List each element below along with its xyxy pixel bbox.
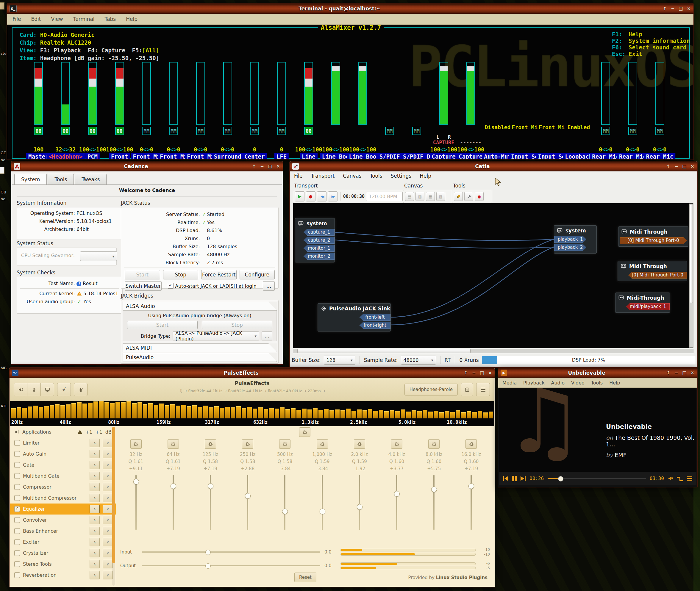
- canvas-save-as-button[interactable]: ▥: [416, 192, 425, 201]
- calibration-button[interactable]: [74, 383, 87, 396]
- plugin-enable-checkbox[interactable]: [14, 506, 20, 512]
- bridge-start-button[interactable]: Start: [127, 321, 198, 329]
- port[interactable]: [0] Midi Through Port-0: [628, 272, 687, 278]
- band-settings-button[interactable]: [391, 439, 402, 449]
- band-gain-slider[interactable]: [133, 475, 139, 530]
- bridge-type-select[interactable]: ALSA -> PulseAudio -> JACK (Plugin): [173, 331, 259, 340]
- mute-switch[interactable]: MM: [412, 127, 421, 135]
- jack-control-button[interactable]: Configure: [240, 270, 275, 279]
- menu-item[interactable]: File: [294, 173, 302, 179]
- mixer-channel[interactable]: MM 0 LFE: [268, 61, 295, 159]
- mixer-channel[interactable]: 00 100<>100 Line: [295, 61, 322, 159]
- port[interactable]: playback_2: [554, 244, 586, 251]
- volume-bar[interactable]: [304, 62, 313, 125]
- reset-button[interactable]: Reset: [294, 573, 316, 582]
- mute-switch[interactable]: MM: [628, 127, 637, 135]
- slider-knob[interactable]: [431, 486, 437, 492]
- desktop-icon-label[interactable]: MB: [1, 366, 7, 370]
- mixer-channel[interactable]: ------- 100<>100 Capture: [457, 61, 484, 159]
- buffer-size-select[interactable]: 128: [324, 355, 355, 365]
- volume-bar[interactable]: [331, 62, 340, 125]
- slider-knob[interactable]: [205, 550, 211, 555]
- volume-bar[interactable]: [250, 62, 259, 125]
- plugin-row[interactable]: Compressor ∧ ∨: [10, 481, 116, 492]
- band-gain-slider[interactable]: [282, 475, 288, 530]
- stop-button[interactable]: ●: [306, 191, 315, 201]
- mixer-channel[interactable]: Disabled Auto-Mut: [484, 61, 511, 159]
- desktop-icon-label[interactable]: ne: [1, 197, 5, 201]
- mixer-channel[interactable]: MM 0<>0 Front Mi: [133, 61, 160, 159]
- menu-item[interactable]: View: [51, 16, 63, 22]
- move-down-icon[interactable]: ∨: [103, 571, 113, 579]
- mixer-channel[interactable]: 00 32<>32 <Headphon>: [52, 61, 79, 159]
- mixer-channel[interactable]: MM S/PDIF: [376, 61, 403, 159]
- terminal-titlebar[interactable]: $_ Terminal - quait@localhost:~ ↑ − □ ×: [7, 4, 693, 14]
- mixer-channel[interactable]: MM 0 Center: [241, 61, 268, 159]
- minimize-icon[interactable]: −: [674, 370, 679, 376]
- alsa-midi-folder[interactable]: ALSA MIDI: [123, 343, 277, 352]
- plugin-enable-checkbox[interactable]: [14, 550, 20, 556]
- plugin-row[interactable]: Gate ∧ ∨: [10, 459, 116, 470]
- slider-knob[interactable]: [171, 483, 176, 489]
- spectrum-toggle-button[interactable]: √: [57, 383, 71, 396]
- switch-master-button[interactable]: Switch Master: [125, 281, 162, 291]
- band-gain-slider[interactable]: [468, 475, 474, 530]
- record-tool-icon[interactable]: ●: [475, 192, 484, 201]
- mute-switch[interactable]: 00: [34, 127, 43, 135]
- jack-control-button[interactable]: Force Restart: [201, 270, 237, 279]
- band-settings-button[interactable]: [465, 439, 477, 449]
- band-gain-slider[interactable]: [207, 475, 213, 530]
- canvas-vertical-scrollbar[interactable]: [689, 204, 693, 347]
- volume-bar[interactable]: [358, 62, 367, 125]
- plugin-row[interactable]: Multiband Compressor ∧ ∨: [10, 492, 116, 504]
- seek-knob[interactable]: [558, 476, 563, 481]
- menu-item[interactable]: Settings: [391, 173, 411, 179]
- band-settings-button[interactable]: [168, 439, 179, 449]
- move-down-icon[interactable]: ∨: [103, 549, 113, 557]
- plugin-enable-checkbox[interactable]: [14, 495, 20, 501]
- previous-track-icon[interactable]: [503, 476, 508, 481]
- plugin-row[interactable]: Reverberation ∧ ∨: [10, 570, 116, 581]
- preset-selector-button[interactable]: Headphones-Parole: [404, 384, 458, 395]
- port[interactable]: capture_1: [304, 229, 334, 236]
- mute-switch[interactable]: 00: [304, 127, 313, 135]
- move-up-icon[interactable]: ∧: [89, 494, 100, 502]
- equalizer-settings-gear[interactable]: [299, 427, 310, 437]
- input-gain-slider[interactable]: [142, 549, 320, 555]
- move-down-icon[interactable]: ∨: [103, 560, 113, 568]
- output-tab-button[interactable]: [14, 383, 27, 396]
- autostart-checkbox[interactable]: [168, 283, 174, 289]
- node-midi-through-in[interactable]: Midi Through [0] Midi Through Port-0: [618, 261, 687, 281]
- mute-switch[interactable]: 00: [88, 127, 97, 135]
- mixer-channel[interactable]: 00 100<>100 PCM: [79, 61, 106, 159]
- pipeline-tab-button[interactable]: [41, 383, 54, 396]
- plugin-row[interactable]: Auto Gain ∧ ∨: [10, 449, 116, 459]
- minimize-icon[interactable]: −: [472, 370, 476, 376]
- slider-knob[interactable]: [133, 479, 139, 484]
- band-gain-slider[interactable]: [170, 475, 176, 530]
- catia-titlebar[interactable]: Catia ↑ − □ ×: [290, 161, 697, 172]
- port[interactable]: front-left: [360, 314, 390, 321]
- move-up-icon[interactable]: ∧: [89, 439, 100, 447]
- pulseeffects-titlebar[interactable]: PulseEffects ↑ − □ ×: [9, 368, 495, 378]
- close-icon[interactable]: ×: [488, 370, 492, 376]
- fullscreen-icon[interactable]: [677, 476, 683, 481]
- jack-more-button[interactable]: ...: [263, 281, 275, 291]
- cadence-titlebar[interactable]: Cadence ↑ − □ ×: [11, 161, 283, 172]
- canvas-horizontal-scrollbar[interactable]: [293, 349, 693, 353]
- volume-icon[interactable]: [668, 476, 673, 481]
- volume-bar[interactable]: [169, 62, 178, 125]
- menu-item[interactable]: Canvas: [343, 173, 361, 179]
- maximize-icon[interactable]: □: [268, 164, 272, 169]
- desktop-icon-label[interactable]: ATI: [1, 404, 7, 408]
- port[interactable]: capture_2: [304, 237, 334, 244]
- bridge-stop-button[interactable]: Stop: [202, 321, 272, 329]
- menu-item[interactable]: Tabs: [105, 16, 116, 22]
- menu-item[interactable]: Help: [126, 16, 137, 22]
- output-gain-slider[interactable]: [142, 563, 320, 569]
- volume-bar[interactable]: [439, 62, 448, 125]
- band-settings-button[interactable]: [354, 439, 365, 449]
- move-up-icon[interactable]: ∧: [89, 549, 100, 557]
- move-up-icon[interactable]: ∧: [89, 571, 100, 579]
- play-button[interactable]: ▶: [295, 191, 305, 201]
